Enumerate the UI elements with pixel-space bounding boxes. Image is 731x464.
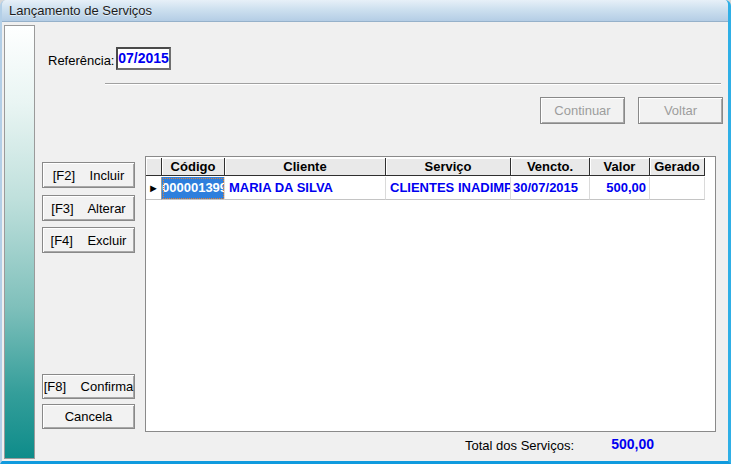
incluir-button[interactable]: [F2] Incluir bbox=[42, 162, 135, 188]
grid-header-indicator-cell bbox=[146, 158, 162, 176]
cell-cliente[interactable]: MARIA DA SILVA bbox=[225, 177, 386, 200]
reference-input[interactable]: 07/2015 bbox=[116, 47, 171, 70]
voltar-button[interactable]: Voltar bbox=[638, 97, 723, 124]
table-row[interactable]: ► 000001399 MARIA DA SILVA CLIENTES INAD… bbox=[146, 177, 715, 200]
excluir-button[interactable]: [F4] Excluir bbox=[42, 227, 135, 253]
confirma-button[interactable]: [F8] Confirma bbox=[42, 374, 135, 399]
total-services-value: 500,00 bbox=[594, 436, 654, 452]
window-title: Lançamento de Serviços bbox=[9, 3, 152, 18]
cancela-button[interactable]: Cancela bbox=[42, 404, 135, 429]
row-indicator-icon: ► bbox=[146, 177, 162, 200]
column-header-cliente[interactable]: Cliente bbox=[225, 158, 386, 176]
total-services-label: Total dos Serviços: bbox=[465, 438, 574, 453]
column-header-servico[interactable]: Serviço bbox=[386, 158, 511, 176]
column-header-gerado[interactable]: Gerado bbox=[650, 158, 705, 176]
cell-codigo[interactable]: 000001399 bbox=[162, 177, 225, 200]
cell-vencto[interactable]: 30/07/2015 bbox=[511, 177, 590, 200]
decorative-gradient-strip bbox=[4, 25, 35, 459]
horizontal-separator bbox=[105, 83, 721, 85]
cell-servico[interactable]: CLIENTES INADIMPLI bbox=[386, 177, 511, 200]
column-header-valor[interactable]: Valor bbox=[590, 158, 650, 176]
cell-gerado[interactable] bbox=[650, 177, 705, 200]
column-header-codigo[interactable]: Código bbox=[162, 158, 225, 176]
cell-valor[interactable]: 500,00 bbox=[590, 177, 650, 200]
continuar-button[interactable]: Continuar bbox=[540, 97, 625, 124]
column-header-vencto[interactable]: Vencto. bbox=[511, 158, 590, 176]
reference-label: Referência: bbox=[48, 53, 114, 68]
grid-header-row: Código Cliente Serviço Vencto. Valor Ger… bbox=[146, 158, 715, 177]
alterar-button[interactable]: [F3] Alterar bbox=[42, 195, 135, 221]
titlebar[interactable]: Lançamento de Serviços bbox=[0, 0, 731, 22]
services-grid[interactable]: Código Cliente Serviço Vencto. Valor Ger… bbox=[145, 156, 716, 432]
lancamento-servicos-window: Lançamento de Serviços Referência: 07/20… bbox=[0, 0, 731, 464]
